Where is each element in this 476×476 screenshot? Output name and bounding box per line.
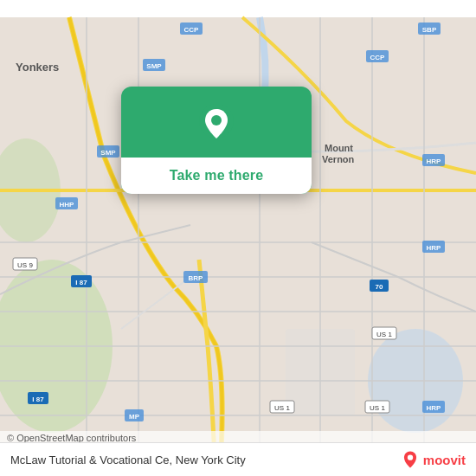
svg-text:US 1: US 1 (376, 331, 392, 338)
svg-text:MP: MP (129, 413, 140, 421)
bottom-bar: McLaw Tutorial & Vocational Ce, New York… (0, 442, 476, 476)
svg-text:US 1: US 1 (370, 404, 385, 412)
svg-point-59 (211, 115, 222, 125)
moovit-label: moovit (423, 453, 466, 467)
svg-text:US 9: US 9 (17, 261, 33, 269)
svg-text:I 87: I 87 (75, 279, 87, 286)
svg-text:HRP: HRP (427, 404, 442, 412)
popup-card: Take me there (121, 87, 312, 194)
svg-text:BRP: BRP (189, 274, 204, 282)
svg-text:SMP: SMP (100, 149, 116, 157)
map-container: Yonkers Mount Vernon CCP CCP SBP SMP SMP… (0, 0, 476, 476)
svg-text:HHP: HHP (60, 201, 75, 209)
svg-text:CCP: CCP (184, 26, 200, 34)
svg-text:Mount: Mount (325, 143, 353, 153)
location-label: McLaw Tutorial & Vocational Ce, New York… (10, 453, 401, 466)
svg-text:Yonkers: Yonkers (16, 61, 59, 74)
svg-text:HRP: HRP (427, 244, 442, 252)
location-pin-icon (196, 102, 237, 144)
svg-text:SBP: SBP (422, 26, 437, 34)
moovit-logo: moovit (401, 450, 466, 469)
svg-text:HRP: HRP (427, 158, 442, 165)
svg-text:SMP: SMP (146, 62, 162, 70)
take-me-there-button[interactable]: Take me there (121, 158, 312, 194)
svg-text:Vernon: Vernon (322, 154, 355, 164)
svg-text:CCP: CCP (370, 54, 386, 61)
map-svg: Yonkers Mount Vernon CCP CCP SBP SMP SMP… (0, 0, 476, 476)
svg-text:70: 70 (376, 283, 383, 291)
moovit-pin-icon (401, 450, 420, 469)
svg-text:US 1: US 1 (274, 404, 290, 412)
svg-text:I 87: I 87 (32, 396, 44, 403)
svg-point-60 (408, 455, 413, 460)
